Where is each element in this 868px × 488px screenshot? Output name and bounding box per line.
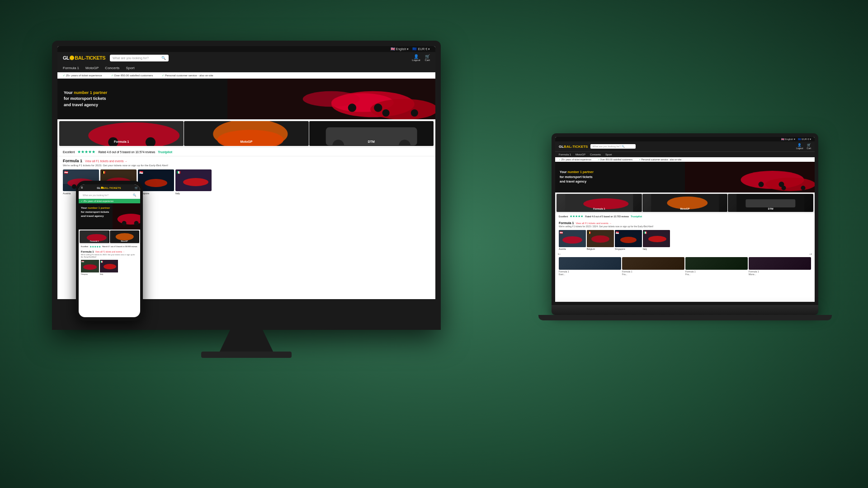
monitor-stand bbox=[219, 330, 274, 352]
l-next-arrow[interactable]: → bbox=[808, 251, 813, 256]
l-search[interactable]: What are you looking for? 🔍 bbox=[590, 144, 636, 149]
l-nav-concerts[interactable]: Concerts bbox=[590, 153, 601, 156]
m-cat-motogp[interactable]: MotoGP bbox=[110, 230, 140, 243]
trustpilot-bar: Excellent ★★★★★ Rated 4.6 out of 5 based… bbox=[57, 148, 435, 156]
trust-item-2: Over 850.00 satisfied customers bbox=[111, 74, 153, 77]
category-formula1[interactable]: Formula 1 bbox=[59, 121, 184, 146]
main-nav-header: GLBAL-TICKETS What are you looking for? … bbox=[57, 52, 435, 64]
m-cart-icon[interactable]: 🛒 bbox=[135, 186, 138, 189]
site-logo[interactable]: GLBAL-TICKETS bbox=[63, 55, 105, 61]
m-event-hungary[interactable]: 🇭🇺 Hungary bbox=[81, 260, 99, 275]
event-title-italy: Italy bbox=[175, 192, 212, 195]
f1-section-link[interactable]: View all F1 tickets and events → bbox=[85, 160, 127, 163]
l-bottom-card-2[interactable]: Formula 1Fra... bbox=[622, 257, 684, 276]
currency-selector[interactable]: 🇪🇺 EUR € ▾ bbox=[412, 47, 430, 51]
l-logout[interactable]: 👤Logout bbox=[796, 143, 803, 150]
category-motogp[interactable]: MotoGP bbox=[184, 121, 308, 146]
m-event-italy2[interactable]: 🇮🇹 Italy bbox=[100, 260, 118, 275]
trustpilot-rating: Rated 4.6 out of 5 based on 10.574 revie… bbox=[98, 150, 155, 154]
l-cat-dtm[interactable]: DTM bbox=[728, 194, 813, 212]
l-nav-f1[interactable]: Formula 1 bbox=[559, 153, 571, 156]
l-language[interactable]: 🇬🇧 English ▾ bbox=[781, 138, 795, 141]
event-flag-singapore: 🇸🇬 bbox=[139, 171, 143, 174]
m-title-hungary: Hungary bbox=[81, 273, 99, 275]
m-hamburger-icon[interactable]: ≡ bbox=[81, 186, 83, 190]
l-hero-heading: Your number 1 partner for motorsport tic… bbox=[560, 170, 594, 184]
trustpilot-label: Excellent bbox=[63, 150, 75, 154]
l-bottom-card-1[interactable]: Formula 1East... bbox=[559, 257, 621, 276]
l-logo[interactable]: GLBAL-TICKETS bbox=[559, 145, 588, 149]
l-hero: Your number 1 partner for motorsport tic… bbox=[555, 162, 815, 192]
nav-sport[interactable]: Sport bbox=[126, 66, 134, 70]
m-logo[interactable]: GLBAL-TICKETS bbox=[97, 187, 121, 189]
l-currency[interactable]: 🇪🇺 EUR € ▾ bbox=[798, 138, 811, 141]
search-bar[interactable]: What are you looking for? 🔍 bbox=[110, 55, 169, 61]
l-cart[interactable]: 🛒Cart bbox=[807, 143, 811, 150]
l-f1-link[interactable]: View all F1 tickets and events → bbox=[576, 222, 611, 225]
l-bottom-card-4[interactable]: Formula 1Mono... bbox=[749, 257, 811, 276]
l-trust-1: 25+ years of ticket experience bbox=[559, 158, 591, 161]
l-nav-sport[interactable]: Sport bbox=[605, 153, 612, 156]
l-bottom-title-4: Formula 1Mono... bbox=[749, 270, 811, 276]
svg-point-64 bbox=[104, 264, 116, 269]
nav-concerts[interactable]: Concerts bbox=[105, 66, 119, 70]
l-trustpilot-rating: Rated 4.6 out of 5 based on 10.783 revie… bbox=[585, 215, 629, 218]
l-event-italy[interactable]: 🇮🇹 Italy bbox=[643, 230, 670, 250]
l-event-austria[interactable]: 🇦🇹 Austria bbox=[559, 230, 586, 250]
l-header-top: 🇬🇧 English ▾ 🇪🇺 EUR € ▾ bbox=[555, 137, 815, 141]
category-motogp-label: MotoGP bbox=[241, 140, 253, 143]
svg-point-8 bbox=[411, 109, 418, 117]
m-f1-link[interactable]: View all F1 tickets and events → bbox=[95, 251, 125, 253]
svg-point-55 bbox=[122, 221, 126, 225]
category-cards: Formula 1 MotoGP bbox=[57, 119, 435, 148]
svg-point-60 bbox=[115, 233, 133, 240]
scene: 🇬🇧 English ▾ 🇪🇺 EUR € ▾ GLBAL-TICKETS Wh… bbox=[0, 0, 868, 488]
l-title-singapore: Singapore bbox=[615, 248, 642, 250]
nav-formula1[interactable]: Formula 1 bbox=[63, 66, 79, 70]
m-flag-hungary: 🇭🇺 bbox=[81, 260, 84, 263]
l-bottom-card-3[interactable]: Formula 1Fra... bbox=[685, 257, 748, 276]
event-img-singapore: 🇸🇬 bbox=[138, 169, 174, 191]
m-cat-f1[interactable]: Formula 1 bbox=[80, 230, 109, 243]
m-trustpilot: Excellent ★★★★★ Rated 4.7 out of 5 based… bbox=[79, 244, 140, 249]
l-bottom-img-1 bbox=[559, 257, 621, 270]
l-nav-motogp[interactable]: MotoGP bbox=[576, 153, 585, 156]
event-card-singapore[interactable]: 🇸🇬 Singapore bbox=[138, 169, 174, 195]
m-cat-f1-label: Formula 1 bbox=[90, 240, 99, 242]
nav-links: Formula 1 MotoGP Concerts Sport bbox=[57, 64, 435, 72]
trustpilot-stars: ★★★★★ bbox=[77, 150, 95, 154]
l-bottom-title-1: Formula 1East... bbox=[559, 270, 621, 276]
m-search[interactable]: What are you looking for? 🔍 bbox=[81, 192, 138, 197]
svg-point-38 bbox=[801, 186, 806, 190]
l-event-belgium[interactable]: 🇧🇪 Belgium bbox=[587, 230, 614, 250]
laptop: 🇬🇧 English ▾ 🇪🇺 EUR € ▾ GLBAL-TICKETS Wh… bbox=[552, 133, 818, 320]
language-selector[interactable]: 🇬🇧 English ▾ bbox=[391, 47, 409, 51]
m-event-img-hungary: 🇭🇺 bbox=[81, 260, 99, 272]
trust-bar: 25+ years of ticket experience Over 850.… bbox=[57, 72, 435, 79]
mobile-phone: ≡ GLBAL-TICKETS 🛒 What are you looking f… bbox=[76, 181, 143, 321]
l-event-singapore[interactable]: 🇸🇬 Singapore bbox=[615, 230, 642, 250]
hero-text: Your number 1 partner for motorsport tic… bbox=[57, 85, 113, 113]
l-trust-bar: 25+ years of ticket experience Over 850.… bbox=[555, 157, 815, 162]
category-dtm[interactable]: DTM bbox=[309, 121, 434, 146]
l-cat-motogp[interactable]: MotoGP bbox=[642, 194, 728, 212]
l-trustpilot-brand: Trustpilot bbox=[631, 215, 642, 218]
hero-banner: Your number 1 partner for motorsport tic… bbox=[57, 79, 435, 119]
event-flag-belgium: 🇧🇪 bbox=[102, 171, 106, 174]
svg-point-40 bbox=[583, 198, 628, 209]
l-prev-arrow[interactable]: ← bbox=[557, 251, 561, 256]
cart-button[interactable]: 🛒 Cart bbox=[425, 54, 430, 61]
l-event-img-austria: 🇦🇹 bbox=[559, 230, 586, 247]
svg-point-48 bbox=[591, 235, 609, 243]
svg-point-6 bbox=[374, 103, 382, 112]
logout-button[interactable]: 👤 Logout bbox=[412, 54, 420, 61]
event-card-italy[interactable]: 🇮🇹 Italy bbox=[175, 169, 212, 195]
m-f1-title: Formula 1 bbox=[81, 250, 94, 253]
event-title-singapore: Singapore bbox=[138, 192, 174, 195]
l-cat-f1[interactable]: Formula 1 bbox=[557, 194, 642, 212]
f1-section-header: Formula 1 View all F1 tickets and events… bbox=[57, 156, 435, 164]
nav-motogp[interactable]: MotoGP bbox=[85, 66, 99, 70]
l-trust-3: Personal customer service - also on-site bbox=[639, 158, 681, 161]
l-flag-italy: 🇮🇹 bbox=[644, 231, 647, 234]
l-events-container: 🇦🇹 Austria 🇧🇪 Belgium bbox=[555, 229, 815, 251]
